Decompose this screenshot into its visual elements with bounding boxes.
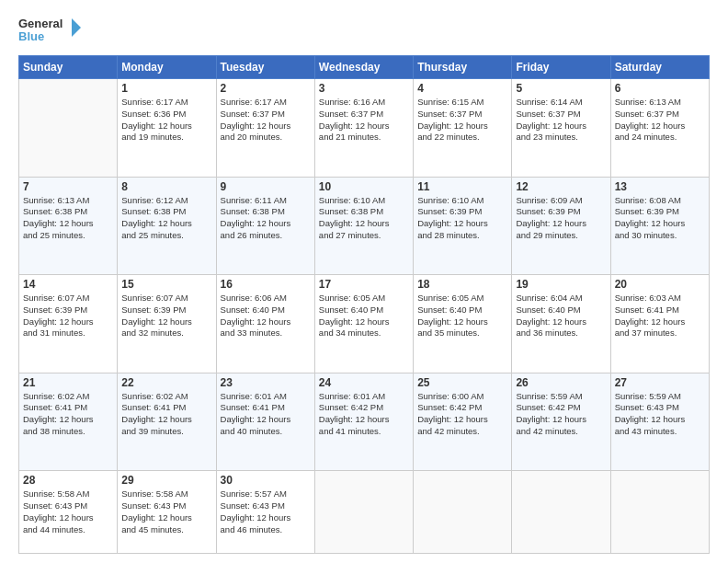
- day-info: Sunrise: 6:09 AM Sunset: 6:39 PM Dayligh…: [516, 195, 606, 242]
- header-sunday: Sunday: [19, 56, 118, 79]
- calendar-cell: [512, 471, 610, 554]
- calendar-cell: 3Sunrise: 6:16 AM Sunset: 6:37 PM Daylig…: [314, 79, 413, 178]
- day-number: 22: [121, 376, 211, 389]
- day-info: Sunrise: 5:58 AM Sunset: 6:43 PM Dayligh…: [121, 488, 211, 535]
- header-friday: Friday: [512, 56, 610, 79]
- calendar-cell: 1Sunrise: 6:17 AM Sunset: 6:36 PM Daylig…: [118, 79, 216, 178]
- day-info: Sunrise: 6:01 AM Sunset: 6:42 PM Dayligh…: [319, 391, 409, 438]
- svg-text:Blue: Blue: [18, 29, 44, 43]
- calendar-table: SundayMondayTuesdayWednesdayThursdayFrid…: [18, 55, 710, 554]
- calendar-cell: 14Sunrise: 6:07 AM Sunset: 6:39 PM Dayli…: [19, 275, 118, 373]
- day-info: Sunrise: 6:05 AM Sunset: 6:40 PM Dayligh…: [319, 293, 409, 339]
- day-info: Sunrise: 6:16 AM Sunset: 6:37 PM Dayligh…: [319, 97, 409, 144]
- day-info: Sunrise: 6:04 AM Sunset: 6:40 PM Dayligh…: [516, 293, 606, 339]
- day-info: Sunrise: 5:58 AM Sunset: 6:43 PM Dayligh…: [23, 488, 113, 535]
- header: General Blue: [18, 15, 710, 48]
- calendar-cell: 22Sunrise: 6:02 AM Sunset: 6:41 PM Dayli…: [118, 373, 216, 471]
- day-number: 10: [319, 180, 409, 193]
- page: General Blue SundayMondayTuesdayWednesda…: [0, 0, 728, 563]
- logo: General Blue: [18, 15, 83, 48]
- day-info: Sunrise: 6:07 AM Sunset: 6:39 PM Dayligh…: [121, 293, 211, 339]
- day-number: 20: [615, 278, 705, 291]
- calendar-cell: 15Sunrise: 6:07 AM Sunset: 6:39 PM Dayli…: [118, 275, 216, 373]
- calendar-cell: 10Sunrise: 6:10 AM Sunset: 6:38 PM Dayli…: [314, 177, 413, 275]
- header-saturday: Saturday: [610, 56, 709, 79]
- calendar-cell: 19Sunrise: 6:04 AM Sunset: 6:40 PM Dayli…: [512, 275, 610, 373]
- day-number: 13: [615, 180, 705, 193]
- svg-marker-2: [72, 18, 81, 37]
- calendar-cell: 2Sunrise: 6:17 AM Sunset: 6:37 PM Daylig…: [216, 79, 314, 178]
- calendar-cell: 23Sunrise: 6:01 AM Sunset: 6:41 PM Dayli…: [216, 373, 314, 471]
- day-number: 23: [221, 376, 311, 389]
- calendar-cell: 17Sunrise: 6:05 AM Sunset: 6:40 PM Dayli…: [314, 275, 413, 373]
- day-number: 12: [516, 180, 606, 193]
- header-thursday: Thursday: [414, 56, 512, 79]
- calendar-cell: 27Sunrise: 5:59 AM Sunset: 6:43 PM Dayli…: [610, 373, 709, 471]
- day-info: Sunrise: 6:01 AM Sunset: 6:41 PM Dayligh…: [221, 391, 311, 438]
- day-info: Sunrise: 6:15 AM Sunset: 6:37 PM Dayligh…: [417, 97, 507, 144]
- calendar-cell: [19, 79, 118, 178]
- day-number: 4: [417, 82, 507, 95]
- day-info: Sunrise: 6:03 AM Sunset: 6:41 PM Dayligh…: [615, 293, 705, 339]
- header-tuesday: Tuesday: [216, 56, 314, 79]
- day-number: 1: [121, 82, 211, 95]
- logo-svg: General Blue: [18, 15, 83, 48]
- calendar-week-row: 14Sunrise: 6:07 AM Sunset: 6:39 PM Dayli…: [19, 275, 710, 373]
- day-number: 17: [319, 278, 409, 291]
- day-number: 28: [23, 474, 113, 487]
- calendar-week-row: 21Sunrise: 6:02 AM Sunset: 6:41 PM Dayli…: [19, 373, 710, 471]
- day-info: Sunrise: 5:57 AM Sunset: 6:43 PM Dayligh…: [221, 488, 311, 535]
- calendar-cell: 21Sunrise: 6:02 AM Sunset: 6:41 PM Dayli…: [19, 373, 118, 471]
- calendar-cell: 24Sunrise: 6:01 AM Sunset: 6:42 PM Dayli…: [314, 373, 413, 471]
- day-number: 5: [516, 82, 606, 95]
- calendar-cell: 28Sunrise: 5:58 AM Sunset: 6:43 PM Dayli…: [19, 471, 118, 554]
- day-number: 25: [417, 376, 507, 389]
- day-number: 16: [221, 278, 311, 291]
- day-info: Sunrise: 6:02 AM Sunset: 6:41 PM Dayligh…: [121, 391, 211, 438]
- calendar-cell: 7Sunrise: 6:13 AM Sunset: 6:38 PM Daylig…: [19, 177, 118, 275]
- day-number: 21: [23, 376, 113, 389]
- day-info: Sunrise: 5:59 AM Sunset: 6:42 PM Dayligh…: [516, 391, 606, 438]
- day-info: Sunrise: 6:05 AM Sunset: 6:40 PM Dayligh…: [417, 293, 507, 339]
- day-info: Sunrise: 6:02 AM Sunset: 6:41 PM Dayligh…: [23, 391, 113, 438]
- header-monday: Monday: [118, 56, 216, 79]
- day-number: 2: [221, 82, 311, 95]
- day-number: 8: [121, 180, 211, 193]
- calendar-cell: 25Sunrise: 6:00 AM Sunset: 6:42 PM Dayli…: [414, 373, 512, 471]
- calendar-cell: 29Sunrise: 5:58 AM Sunset: 6:43 PM Dayli…: [118, 471, 216, 554]
- calendar-cell: [414, 471, 512, 554]
- day-info: Sunrise: 6:10 AM Sunset: 6:39 PM Dayligh…: [417, 195, 507, 242]
- day-info: Sunrise: 6:07 AM Sunset: 6:39 PM Dayligh…: [23, 293, 113, 339]
- calendar-cell: 9Sunrise: 6:11 AM Sunset: 6:38 PM Daylig…: [216, 177, 314, 275]
- calendar-cell: [610, 471, 709, 554]
- day-number: 6: [615, 82, 705, 95]
- day-info: Sunrise: 6:13 AM Sunset: 6:38 PM Dayligh…: [23, 195, 113, 242]
- svg-text:General: General: [18, 17, 63, 30]
- calendar-week-row: 1Sunrise: 6:17 AM Sunset: 6:36 PM Daylig…: [19, 79, 710, 178]
- calendar-cell: 26Sunrise: 5:59 AM Sunset: 6:42 PM Dayli…: [512, 373, 610, 471]
- calendar-cell: 12Sunrise: 6:09 AM Sunset: 6:39 PM Dayli…: [512, 177, 610, 275]
- day-number: 30: [221, 474, 311, 487]
- calendar-cell: 30Sunrise: 5:57 AM Sunset: 6:43 PM Dayli…: [216, 471, 314, 554]
- day-info: Sunrise: 5:59 AM Sunset: 6:43 PM Dayligh…: [615, 391, 705, 438]
- calendar-header-row: SundayMondayTuesdayWednesdayThursdayFrid…: [19, 56, 710, 79]
- day-number: 29: [121, 474, 211, 487]
- day-info: Sunrise: 6:12 AM Sunset: 6:38 PM Dayligh…: [121, 195, 211, 242]
- day-info: Sunrise: 6:10 AM Sunset: 6:38 PM Dayligh…: [319, 195, 409, 242]
- day-number: 19: [516, 278, 606, 291]
- calendar-cell: 16Sunrise: 6:06 AM Sunset: 6:40 PM Dayli…: [216, 275, 314, 373]
- day-info: Sunrise: 6:17 AM Sunset: 6:36 PM Dayligh…: [121, 97, 211, 144]
- calendar-cell: 11Sunrise: 6:10 AM Sunset: 6:39 PM Dayli…: [414, 177, 512, 275]
- day-number: 27: [615, 376, 705, 389]
- calendar-cell: [314, 471, 413, 554]
- day-number: 14: [23, 278, 113, 291]
- day-number: 26: [516, 376, 606, 389]
- day-number: 9: [221, 180, 311, 193]
- header-wednesday: Wednesday: [314, 56, 413, 79]
- day-number: 7: [23, 180, 113, 193]
- day-number: 18: [417, 278, 507, 291]
- day-info: Sunrise: 6:00 AM Sunset: 6:42 PM Dayligh…: [417, 391, 507, 438]
- calendar-cell: 20Sunrise: 6:03 AM Sunset: 6:41 PM Dayli…: [610, 275, 709, 373]
- calendar-cell: 6Sunrise: 6:13 AM Sunset: 6:37 PM Daylig…: [610, 79, 709, 178]
- day-info: Sunrise: 6:13 AM Sunset: 6:37 PM Dayligh…: [615, 97, 705, 144]
